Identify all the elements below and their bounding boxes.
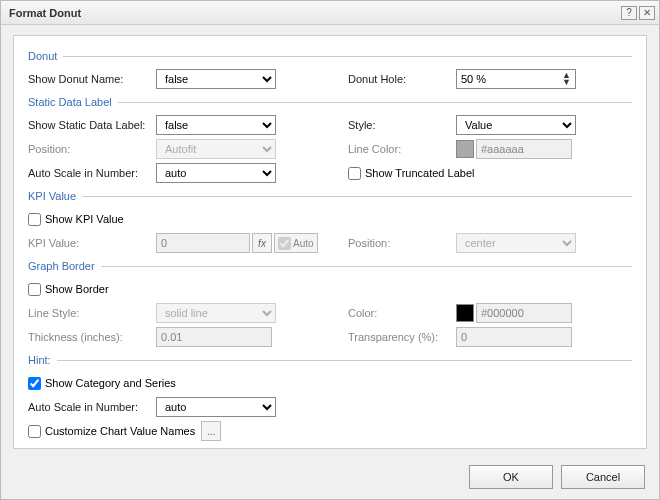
show-truncated-checkbox[interactable] (348, 167, 361, 180)
auto-toggle: Auto (274, 233, 318, 253)
section-kpi: KPI Value (28, 190, 632, 202)
border-color-swatch (456, 304, 474, 322)
donut-hole-label: Donut Hole: (348, 73, 456, 85)
main-panel: Donut Show Donut Name: false Donut Hole:… (13, 35, 647, 449)
kpi-value-input (156, 233, 250, 253)
line-color-swatch (456, 140, 474, 158)
divider (82, 196, 632, 197)
cancel-button[interactable]: Cancel (561, 465, 645, 489)
section-static-label: Static Data Label (28, 96, 632, 108)
section-label: Hint: (28, 354, 57, 366)
auto-label: Auto (293, 238, 314, 249)
titlebar: Format Donut ? ✕ (1, 1, 659, 25)
show-category-series-checkbox[interactable] (28, 377, 41, 390)
kpi-value-label: KPI Value: (28, 237, 156, 249)
transparency-label: Transparency (%): (348, 331, 456, 343)
help-icon[interactable]: ? (621, 6, 637, 20)
auto-scale-select[interactable]: auto (156, 163, 276, 183)
fx-button: fx (252, 233, 272, 253)
show-border-checkbox[interactable] (28, 283, 41, 296)
line-color-input (476, 139, 572, 159)
customize-names-button[interactable]: ... (201, 421, 221, 441)
section-hint: Hint: (28, 354, 632, 366)
show-kpi-checkbox[interactable] (28, 213, 41, 226)
customize-names-checkbox[interactable] (28, 425, 41, 438)
line-style-label: Line Style: (28, 307, 156, 319)
show-donut-name-label: Show Donut Name: (28, 73, 156, 85)
show-static-label-label: Show Static Data Label: (28, 119, 156, 131)
section-label: Graph Border (28, 260, 101, 272)
donut-hole-value: 50 % (461, 73, 486, 85)
divider (118, 102, 632, 103)
auto-scale-label: Auto Scale in Number: (28, 167, 156, 179)
hint-auto-scale-select[interactable]: auto (156, 397, 276, 417)
show-donut-name-select[interactable]: false (156, 69, 276, 89)
kpi-position-label: Position: (348, 237, 456, 249)
thickness-label: Thickness (inches): (28, 331, 156, 343)
border-color-input (476, 303, 572, 323)
position-label: Position: (28, 143, 156, 155)
auto-checkbox (278, 237, 291, 250)
section-donut: Donut (28, 50, 632, 62)
kpi-position-select: center (456, 233, 576, 253)
transparency-input (456, 327, 572, 347)
close-icon[interactable]: ✕ (639, 6, 655, 20)
show-border-label: Show Border (45, 283, 109, 295)
ok-button[interactable]: OK (469, 465, 553, 489)
divider (63, 56, 632, 57)
customize-names-label: Customize Chart Value Names (45, 425, 195, 437)
show-category-series-label: Show Category and Series (45, 377, 176, 389)
position-select: Autofit (156, 139, 276, 159)
dialog-footer: OK Cancel (1, 455, 659, 499)
style-label: Style: (348, 119, 456, 131)
border-color-label: Color: (348, 307, 456, 319)
section-label: Static Data Label (28, 96, 118, 108)
divider (101, 266, 632, 267)
divider (57, 360, 632, 361)
show-static-label-select[interactable]: false (156, 115, 276, 135)
section-border: Graph Border (28, 260, 632, 272)
hint-auto-scale-label: Auto Scale in Number: (28, 401, 156, 413)
section-label: Donut (28, 50, 63, 62)
content-area: Donut Show Donut Name: false Donut Hole:… (1, 25, 659, 455)
donut-hole-spinner[interactable]: 50 % ▲▼ (456, 69, 576, 89)
line-color-label: Line Color: (348, 143, 456, 155)
spinner-arrows-icon: ▲▼ (562, 72, 571, 86)
dialog-format-donut: Format Donut ? ✕ Donut Show Donut Name: … (0, 0, 660, 500)
dialog-title: Format Donut (9, 7, 619, 19)
section-label: KPI Value (28, 190, 82, 202)
style-select[interactable]: Value (456, 115, 576, 135)
thickness-input (156, 327, 272, 347)
show-truncated-label: Show Truncated Label (365, 167, 474, 179)
line-style-select: solid line (156, 303, 276, 323)
show-kpi-label: Show KPI Value (45, 213, 124, 225)
